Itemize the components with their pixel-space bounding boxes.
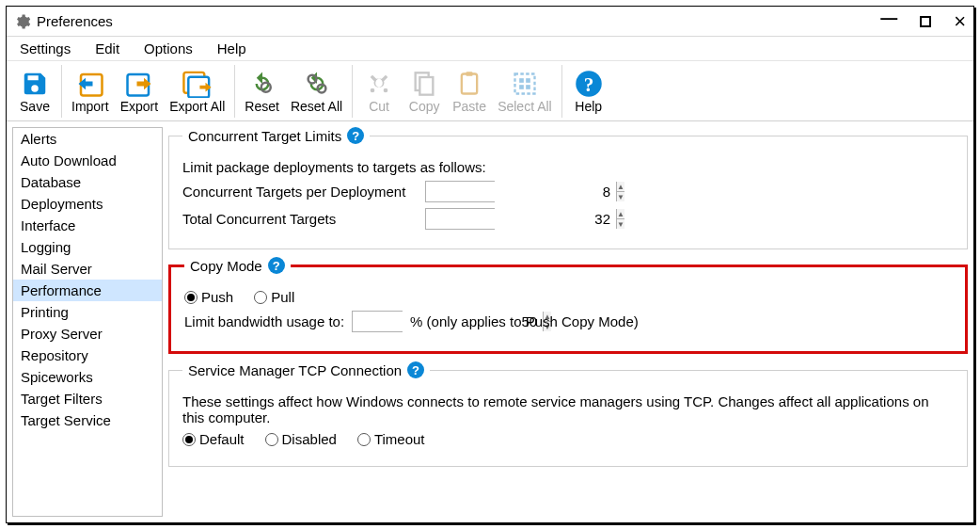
copy-mode-legend: Copy Mode ? (184, 257, 291, 274)
sidebar-item-printing[interactable]: Printing (13, 301, 162, 323)
minimize-button[interactable]: — (880, 9, 897, 26)
select-all-label: Select All (498, 99, 552, 114)
export-button[interactable]: Export (115, 65, 164, 118)
menu-edit[interactable]: Edit (89, 39, 125, 58)
total-concurrent-input[interactable]: ▲▼ (425, 208, 495, 230)
sidebar-item-logging[interactable]: Logging (13, 236, 162, 258)
concurrent-per-deploy-label: Concurrent Targets per Deployment (182, 184, 418, 200)
radio-default[interactable]: Default (182, 431, 245, 447)
radio-push[interactable]: Push (184, 289, 233, 305)
sidebar-item-database[interactable]: Database (13, 171, 162, 193)
sidebar-item-interface[interactable]: Interface (13, 215, 162, 236)
concurrent-per-deploy-input[interactable]: ▲▼ (425, 181, 495, 202)
cut-button[interactable]: Cut (356, 65, 402, 118)
toolbar-separator (561, 65, 562, 118)
cut-label: Cut (369, 99, 389, 114)
legend-text: Concurrent Target Limits (188, 128, 341, 144)
radio-icon (182, 433, 196, 446)
window-title: Preferences (37, 13, 113, 29)
copy-label: Copy (409, 99, 440, 114)
radio-push-label: Push (201, 289, 233, 305)
preferences-window: Preferences — × Settings Edit Options He… (6, 6, 974, 523)
svg-rect-8 (419, 77, 433, 95)
toolbar-separator (234, 65, 235, 118)
save-button[interactable]: Save (12, 65, 57, 118)
help-icon[interactable]: ? (268, 257, 285, 274)
toolbar: Save Import Export Export All Reset Rese… (7, 61, 973, 121)
radio-disabled[interactable]: Disabled (265, 431, 337, 447)
reset-icon (248, 69, 277, 99)
sidebar-item-deployments[interactable]: Deployments (13, 193, 162, 215)
sidebar-item-performance[interactable]: Performance (13, 280, 162, 301)
reset-all-button[interactable]: Reset All (285, 65, 348, 118)
svg-rect-10 (466, 72, 473, 76)
sidebar-item-alerts[interactable]: Alerts (13, 128, 162, 150)
sidebar-item-target-filters[interactable]: Target Filters (13, 388, 162, 409)
menu-options[interactable]: Options (138, 39, 198, 58)
radio-pull[interactable]: Pull (254, 289, 294, 305)
export-all-button[interactable]: Export All (164, 65, 230, 118)
svg-text:?: ? (583, 72, 593, 95)
help-icon[interactable]: ? (347, 127, 364, 144)
import-icon (76, 69, 104, 99)
help-label: Help (575, 99, 602, 114)
total-concurrent-field[interactable] (426, 209, 616, 229)
paste-button[interactable]: Paste (447, 65, 492, 118)
radio-default-label: Default (199, 431, 245, 447)
help-icon[interactable]: ? (407, 361, 424, 378)
spinner[interactable]: ▲▼ (616, 182, 624, 201)
reset-button[interactable]: Reset (239, 65, 285, 118)
radio-icon (254, 291, 267, 304)
radio-pull-label: Pull (271, 289, 294, 305)
help-icon: ? (575, 69, 603, 99)
radio-timeout[interactable]: Timeout (357, 431, 425, 447)
spinner[interactable]: ▲▼ (616, 209, 624, 229)
export-icon (125, 69, 153, 99)
sidebar-item-repository[interactable]: Repository (13, 345, 162, 366)
export-label: Export (120, 99, 158, 114)
sidebar-item-auto-download[interactable]: Auto Download (13, 150, 162, 171)
body: Alerts Auto Download Database Deployment… (7, 121, 973, 522)
copy-icon (411, 69, 437, 99)
close-button[interactable]: × (954, 11, 966, 32)
cut-icon (366, 69, 392, 99)
toolbar-separator (61, 65, 62, 118)
maximize-button[interactable] (920, 13, 931, 30)
menu-settings[interactable]: Settings (14, 39, 76, 58)
content: Concurrent Target Limits ? Limit package… (166, 121, 973, 522)
svg-rect-15 (526, 85, 530, 89)
select-all-button[interactable]: Select All (492, 65, 558, 118)
export-all-icon (182, 69, 213, 99)
svg-rect-12 (519, 78, 524, 83)
help-button[interactable]: ? Help (566, 65, 611, 118)
concurrent-per-deploy-field[interactable] (426, 182, 616, 201)
window-controls: — × (880, 11, 966, 32)
total-concurrent-label: Total Concurrent Targets (182, 211, 418, 227)
svg-rect-9 (462, 73, 477, 93)
service-manager-desc: These settings affect how Windows connec… (182, 393, 928, 425)
import-button[interactable]: Import (66, 65, 115, 118)
menubar: Settings Edit Options Help (7, 37, 973, 61)
bandwidth-input[interactable]: ▲▼ (352, 311, 403, 332)
paste-icon (456, 69, 482, 99)
radio-icon (265, 433, 278, 446)
paste-label: Paste (452, 99, 486, 114)
sidebar-item-mail-server[interactable]: Mail Server (13, 258, 162, 280)
concurrent-target-limits-group: Concurrent Target Limits ? Limit package… (168, 127, 968, 249)
sidebar-item-target-service[interactable]: Target Service (13, 409, 162, 431)
gear-icon (14, 13, 31, 30)
sidebar-item-proxy-server[interactable]: Proxy Server (13, 323, 162, 345)
reset-all-icon (303, 69, 331, 99)
svg-rect-14 (519, 85, 524, 89)
copy-button[interactable]: Copy (402, 65, 447, 118)
legend-text: Copy Mode (190, 258, 262, 274)
save-icon (21, 69, 49, 99)
legend-text: Service Manager TCP Connection (188, 362, 402, 378)
service-manager-group: Service Manager TCP Connection ? These s… (168, 361, 968, 467)
import-label: Import (71, 99, 109, 114)
svg-rect-11 (514, 73, 534, 93)
sidebar-item-spiceworks[interactable]: Spiceworks (13, 366, 162, 388)
titlebar: Preferences — × (7, 7, 973, 37)
sidebar: Alerts Auto Download Database Deployment… (12, 127, 163, 517)
menu-help[interactable]: Help (212, 39, 252, 58)
